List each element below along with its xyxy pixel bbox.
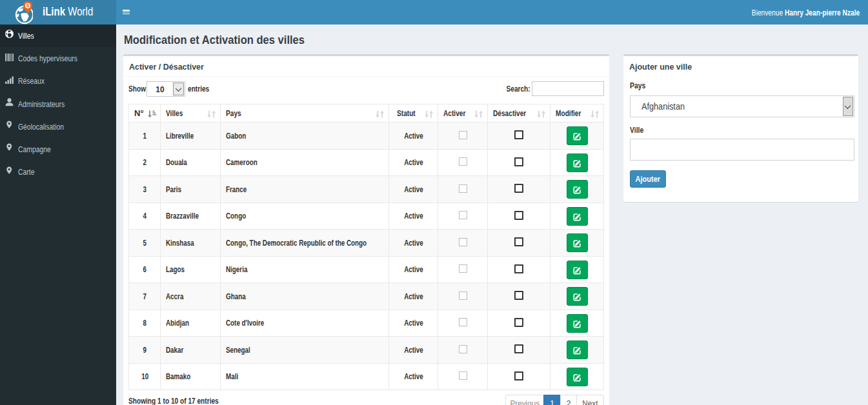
svg-text:$: $: [26, 3, 30, 8]
